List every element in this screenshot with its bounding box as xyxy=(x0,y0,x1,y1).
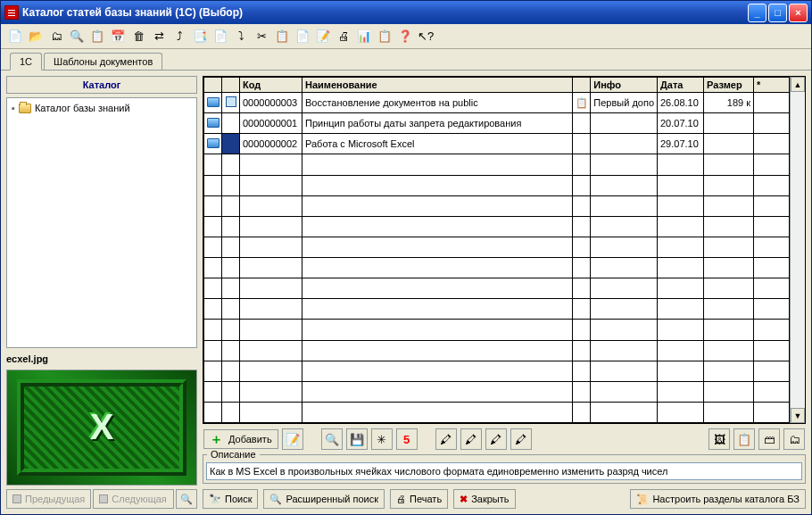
next-button[interactable]: Следующая xyxy=(93,489,174,509)
star-icon-button[interactable]: ✳ xyxy=(371,428,393,450)
row-folder-icon xyxy=(207,138,220,148)
toolbar-icon-5[interactable]: 📋 xyxy=(88,28,106,46)
print-label: Печать xyxy=(410,494,442,504)
row-folder-icon xyxy=(207,118,220,128)
grid-container: Код Наименование Инфо Дата Размер * xyxy=(203,76,806,424)
toolbar-icon-13[interactable]: ✂ xyxy=(253,28,270,46)
toolbar-icon-8[interactable]: ⇄ xyxy=(150,28,168,46)
row-folder-icon xyxy=(207,97,220,107)
toolbar-icon-14[interactable]: 📋 xyxy=(273,28,291,46)
col-star[interactable]: * xyxy=(754,78,790,93)
grid-row[interactable]: 0000000001 Принцип работы даты запрета р… xyxy=(204,113,790,134)
toolbar-icon-3[interactable]: 🗂 xyxy=(47,28,65,46)
toolbar-icon-9[interactable]: ⤴ xyxy=(170,28,188,46)
cell-date: 20.07.10 xyxy=(658,113,704,134)
tool-b-icon-button[interactable]: 📋 xyxy=(733,428,755,450)
marker3-icon-button[interactable]: 🖍 xyxy=(485,428,507,450)
toolbar-icon-1[interactable]: 📄 xyxy=(6,28,24,46)
scroll-track[interactable] xyxy=(791,92,805,408)
grid-scrollbar[interactable]: ▲ ▼ xyxy=(790,77,805,423)
toolbar-icon-16[interactable]: 📝 xyxy=(314,28,332,46)
col-date[interactable]: Дата xyxy=(658,78,704,93)
minimize-button[interactable]: _ xyxy=(748,4,766,22)
cell-info: Первый допо xyxy=(591,93,658,113)
zoom-button[interactable]: 🔍 xyxy=(176,489,197,509)
add-label: Добавить xyxy=(228,434,272,444)
toolbar-icon-15[interactable]: 📄 xyxy=(294,28,311,46)
next-label: Следующая xyxy=(112,494,167,504)
toolbar-icon-17[interactable]: 🖨 xyxy=(335,28,352,46)
cell-date: 29.07.10 xyxy=(658,134,704,154)
col-code[interactable]: Код xyxy=(240,78,302,93)
tree-expand-icon[interactable]: ▪ xyxy=(12,103,15,113)
bottom-toolbar: 🔭 Поиск 🔍 Расширенный поиск 🖨 Печать ✖ З… xyxy=(203,487,806,509)
cell-size: 189 к xyxy=(704,93,754,113)
description-text[interactable]: Как в MS Excel в произвольных ячейках чи… xyxy=(206,462,802,480)
plus-icon: ＋ xyxy=(210,431,223,448)
tab-templates-label: Шаблоны документов xyxy=(54,56,153,67)
cell-star xyxy=(754,93,790,113)
marker2-icon-button[interactable]: 🖍 xyxy=(460,428,482,450)
toolbar-icon-2[interactable]: 📂 xyxy=(27,28,45,46)
col-info[interactable]: Инфо xyxy=(591,78,658,93)
tool-a-icon-button[interactable]: 🖼 xyxy=(708,428,730,450)
add-button[interactable]: ＋ Добавить xyxy=(203,429,278,449)
toolbar-icon-21[interactable]: ↖? xyxy=(417,28,435,46)
close-label: Закрыть xyxy=(471,494,509,504)
printer-icon: 🖨 xyxy=(396,494,406,504)
cell-code: 0000000003 xyxy=(240,93,302,113)
prev-button[interactable]: Предыдущая xyxy=(6,489,91,509)
print-button[interactable]: 🖨 Печать xyxy=(390,489,448,509)
search-button[interactable]: 🔭 Поиск xyxy=(203,489,258,509)
scroll-down-icon[interactable]: ▼ xyxy=(791,408,805,423)
content-area: Каталог ▪ Каталог базы знаний ecxel.jpg … xyxy=(1,71,811,514)
col-name[interactable]: Наименование xyxy=(302,78,573,93)
row-doc-icon xyxy=(226,96,236,107)
close-button[interactable]: ✖ Закрыть xyxy=(453,489,515,509)
scroll-up-icon[interactable]: ▲ xyxy=(791,77,805,92)
toolbar-icon-6[interactable]: 📅 xyxy=(109,28,127,46)
cell-name: Принцип работы даты запрета редактирован… xyxy=(302,113,573,134)
marker1-icon-button[interactable]: 🖍 xyxy=(435,428,457,450)
search-icon-button[interactable]: 🔍 xyxy=(321,428,343,450)
thumbnail-nav: Предыдущая Следующая 🔍 xyxy=(6,489,197,509)
col-extra[interactable] xyxy=(573,78,591,93)
list-icon: 📜 xyxy=(636,494,649,505)
tab-1c[interactable]: 1С xyxy=(10,53,42,71)
description-group: Описание Как в MS Excel в произвольных я… xyxy=(203,454,806,484)
toolbar-icon-10[interactable]: 📑 xyxy=(191,28,209,46)
tab-templates[interactable]: Шаблоны документов xyxy=(44,53,162,70)
app-icon xyxy=(4,5,19,20)
toolbar-icon-19[interactable]: 📋 xyxy=(376,28,394,46)
grid-row[interactable]: 0000000003 Восстановление документов на … xyxy=(204,93,790,113)
tool-c-icon-button[interactable]: 🗃 xyxy=(758,428,780,450)
marker4-icon-button[interactable]: 🖍 xyxy=(510,428,532,450)
maximize-button[interactable]: □ xyxy=(768,4,787,22)
col-icon2[interactable] xyxy=(222,78,240,93)
edit-icon-button[interactable]: 📝 xyxy=(282,428,303,450)
grid-row-selected[interactable]: 0000000002 Работа с Microsoft Excel 29.0… xyxy=(204,134,790,154)
col-icon1[interactable] xyxy=(204,78,222,93)
app-window: Каталог статей базы знаний (1С) (Выбор) … xyxy=(0,0,812,515)
tree-root-item[interactable]: ▪ Каталог базы знаний xyxy=(11,102,193,114)
toolbar-icon-18[interactable]: 📊 xyxy=(355,28,373,46)
search-label: Поиск xyxy=(225,494,252,504)
advanced-search-button[interactable]: 🔍 Расширенный поиск xyxy=(263,489,385,509)
catalog-tree[interactable]: ▪ Каталог базы знаний xyxy=(6,97,197,348)
toolbar-icon-11[interactable]: 📄 xyxy=(211,28,229,46)
toolbar-icon-7[interactable]: 🗑 xyxy=(129,28,147,46)
toolbar-icon-20[interactable]: ❓ xyxy=(396,28,414,46)
toolbar-icon-4[interactable]: 🔍 xyxy=(68,28,86,46)
tab-bar: 1С Шаблоны документов xyxy=(1,49,811,71)
configure-button[interactable]: 📜 Настроить разделы каталога БЗ xyxy=(630,489,806,509)
tool-d-icon-button[interactable]: 🗂 xyxy=(783,428,805,450)
data-grid[interactable]: Код Наименование Инфо Дата Размер * xyxy=(203,77,790,423)
close-window-button[interactable]: × xyxy=(789,4,808,22)
description-label: Описание xyxy=(207,449,260,460)
number-icon-button[interactable]: 5 xyxy=(396,428,418,450)
toolbar-icon-12[interactable]: ⤵ xyxy=(232,28,250,46)
save-icon-button[interactable]: 💾 xyxy=(346,428,368,450)
cell-name: Работа с Microsoft Excel xyxy=(302,134,573,154)
col-size[interactable]: Размер xyxy=(704,78,754,93)
tab-1c-label: 1С xyxy=(20,56,32,67)
